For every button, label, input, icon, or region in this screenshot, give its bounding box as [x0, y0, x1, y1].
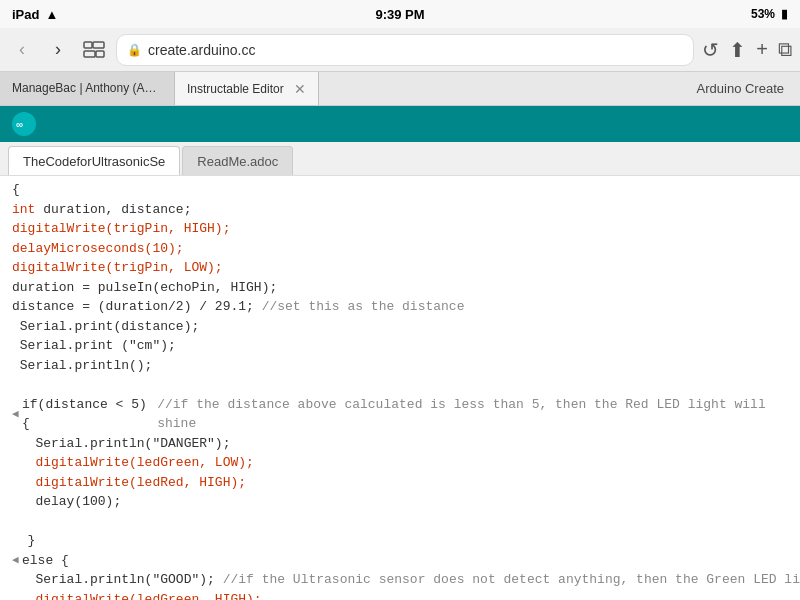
doc-tab-readme[interactable]: ReadMe.adoc	[182, 146, 293, 175]
svg-rect-1	[93, 42, 104, 48]
tab-managebac-label: ManageBac | Anthony (Anthony Wang) Wang …	[12, 80, 162, 97]
arrow-else: ◀	[12, 551, 22, 571]
share-button[interactable]: ⬆	[729, 38, 746, 62]
doc-tab-code[interactable]: TheCodeforUltrasonicSe	[8, 146, 180, 175]
reload-button[interactable]: ↺	[702, 38, 719, 62]
code-line-2: int duration, distance;	[12, 200, 788, 220]
status-time: 9:39 PM	[375, 7, 424, 22]
doc-tab-code-label: TheCodeforUltrasonicSe	[23, 154, 165, 169]
arduino-create-label: Arduino Create	[681, 72, 800, 105]
url-text: create.arduino.cc	[148, 42, 255, 58]
add-tab-button[interactable]: +	[756, 38, 768, 61]
code-line-21: digitalWrite(ledGreen, HIGH);	[12, 590, 788, 601]
code-line-4: delayMicroseconds(10);	[12, 239, 788, 259]
code-line-19: ◀ else {	[12, 551, 788, 571]
code-line-12: ◀ if(distance < 5) { //if the distance a…	[12, 395, 788, 434]
doc-tabs: TheCodeforUltrasonicSe ReadMe.adoc	[0, 142, 800, 176]
forward-button[interactable]: ›	[44, 36, 72, 64]
code-line-6: duration = pulseIn(echoPin, HIGH);	[12, 278, 788, 298]
svg-text:∞: ∞	[16, 119, 23, 130]
code-wrapper: { int duration, distance; digitalWrite(t…	[0, 176, 800, 600]
code-line-20: Serial.println("GOOD"); //if the Ultraso…	[12, 570, 788, 590]
tab-instructable-close[interactable]: ✕	[294, 81, 306, 97]
doc-tab-readme-label: ReadMe.adoc	[197, 154, 278, 169]
wifi-icon: ▲	[45, 7, 58, 22]
code-line-11	[12, 375, 788, 395]
tabs-button[interactable]: ⧉	[778, 38, 792, 61]
main-content: ∞ TheCodeforUltrasonicSe ReadMe.adoc { i…	[0, 106, 800, 600]
code-line-13: Serial.println("DANGER");	[12, 434, 788, 454]
status-bar: iPad ▲ 9:39 PM 53% ▮	[0, 0, 800, 28]
svg-rect-3	[96, 51, 104, 57]
arduino-logo-area: ∞	[12, 112, 36, 136]
tab-instructable-label: Instructable Editor	[187, 82, 284, 96]
lock-icon: 🔒	[127, 43, 142, 57]
address-bar[interactable]: 🔒 create.arduino.cc	[116, 34, 694, 66]
code-line-9: Serial.print ("cm");	[12, 336, 788, 356]
arduino-logo: ∞	[12, 112, 36, 136]
status-left: iPad ▲	[12, 7, 58, 22]
battery-percent: 53%	[751, 7, 775, 21]
tabs-bar: ManageBac | Anthony (Anthony Wang) Wang …	[0, 72, 800, 106]
svg-rect-0	[84, 42, 92, 48]
status-right: 53% ▮	[751, 7, 788, 21]
code-line-15: digitalWrite(ledRed, HIGH);	[12, 473, 788, 493]
code-line-8: Serial.print(distance);	[12, 317, 788, 337]
bookmark-button[interactable]	[80, 36, 108, 64]
code-line-5: digitalWrite(trigPin, LOW);	[12, 258, 788, 278]
arduino-header: ∞	[0, 106, 800, 142]
code-line-16: delay(100);	[12, 492, 788, 512]
tab-managebac[interactable]: ManageBac | Anthony (Anthony Wang) Wang …	[0, 72, 175, 105]
code-content: { int duration, distance; digitalWrite(t…	[0, 176, 800, 600]
ipad-label: iPad	[12, 7, 39, 22]
code-line-1: {	[12, 180, 788, 200]
back-button[interactable]: ‹	[8, 36, 36, 64]
toolbar-right: ↺ ⬆ + ⧉	[702, 38, 792, 62]
arrow-if: ◀	[12, 395, 22, 434]
battery-icon: ▮	[781, 7, 788, 21]
code-line-3: digitalWrite(trigPin, HIGH);	[12, 219, 788, 239]
browser-toolbar: ‹ › 🔒 create.arduino.cc ↺ ⬆ + ⧉	[0, 28, 800, 72]
code-line-18: }	[12, 531, 788, 551]
code-line-10: Serial.println();	[12, 356, 788, 376]
tab-instructable[interactable]: Instructable Editor ✕	[175, 72, 319, 105]
code-line-17	[12, 512, 788, 532]
code-container: { int duration, distance; digitalWrite(t…	[0, 176, 800, 600]
code-line-7: distance = (duration/2) / 29.1; //set th…	[12, 297, 788, 317]
code-line-14: digitalWrite(ledGreen, LOW);	[12, 453, 788, 473]
svg-rect-2	[84, 51, 95, 57]
code-area[interactable]: { int duration, distance; digitalWrite(t…	[0, 176, 800, 600]
